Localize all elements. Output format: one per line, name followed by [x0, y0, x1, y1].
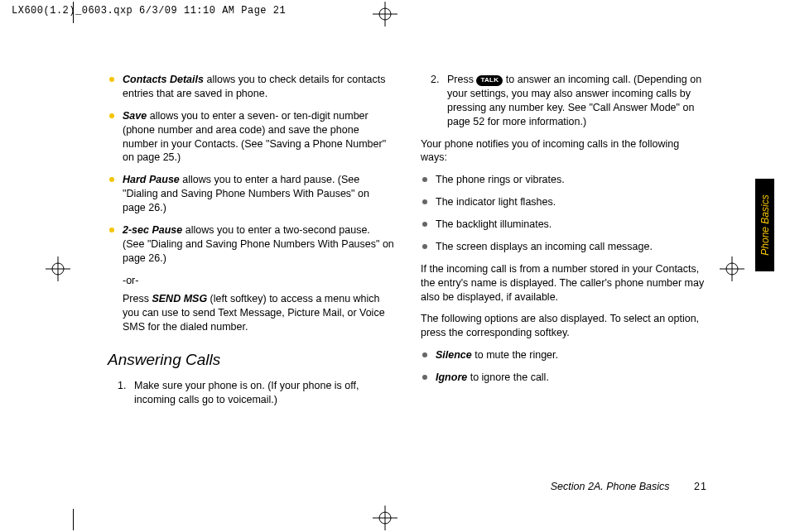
bullet-lead: Silence	[436, 349, 472, 361]
section-label: Section 2A. Phone Basics	[551, 481, 670, 492]
list-item: The screen displays an incoming call mes…	[432, 240, 707, 254]
press-sendmsg: Press SEND MSG (left softkey) to access …	[123, 292, 394, 334]
step-number: 1.	[118, 379, 126, 393]
body-paragraph: The following options are also displayed…	[421, 312, 707, 340]
page-frame: Contacts Details allows you to check det…	[66, 17, 765, 515]
body-columns: Contacts Details allows you to check det…	[108, 73, 707, 415]
steps-list-cont: 2. Press TALK to answer an incoming call…	[421, 73, 707, 129]
bullet-text: The backlight illuminates.	[436, 218, 552, 230]
bullet-lead: Save	[123, 110, 147, 122]
steps-list: 1. Make sure your phone is on. (If your …	[108, 379, 394, 407]
step-text: Make sure your phone is on. (If your pho…	[134, 380, 359, 405]
slug-line: LX600(1.2)_0603.qxp 6/3/09 11:10 AM Page…	[12, 5, 286, 17]
list-item: Silence to mute the ringer.	[432, 348, 707, 362]
body-paragraph: Your phone notifies you of incoming call…	[421, 137, 707, 165]
step-item: 1. Make sure your phone is on. (If your …	[123, 379, 394, 407]
press-prefix: Press	[123, 293, 152, 304]
bullet-lead: Contacts Details	[123, 74, 204, 85]
heading-answering-calls: Answering Calls	[108, 349, 394, 371]
list-item: The indicator light flashes.	[432, 195, 707, 209]
notify-bullets: The phone rings or vibrates. The indicat…	[421, 173, 707, 254]
bullet-text: The indicator light flashes.	[436, 196, 556, 208]
list-item: Save allows you to enter a seven- or ten…	[119, 109, 394, 165]
talk-key-icon: TALK	[476, 75, 503, 87]
bullet-lead: Hard Pause	[123, 174, 180, 185]
list-item: The backlight illuminates.	[432, 218, 707, 232]
bullet-rest: to ignore the call.	[467, 371, 549, 383]
option-bullets: Silence to mute the ringer. Ignore to ig…	[421, 348, 707, 385]
page-footer: Section 2A. Phone Basics 21	[551, 481, 707, 492]
bullet-rest: allows you to enter a seven- or ten-digi…	[123, 110, 386, 164]
bullet-text: The screen displays an incoming call mes…	[436, 241, 653, 252]
list-item: Hard Pause allows you to enter a hard pa…	[119, 173, 394, 215]
bullet-lead: Ignore	[436, 371, 467, 383]
step-text-a: Press	[447, 74, 476, 85]
left-column: Contacts Details allows you to check det…	[108, 73, 394, 415]
body-paragraph: If the incoming call is from a number st…	[421, 262, 707, 304]
step-item: 2. Press TALK to answer an incoming call…	[436, 73, 707, 129]
right-column: 2. Press TALK to answer an incoming call…	[421, 73, 707, 415]
feature-bullets: Contacts Details allows you to check det…	[108, 73, 394, 266]
bullet-rest: to mute the ringer.	[472, 349, 558, 361]
or-separator: -or-	[123, 274, 394, 288]
step-number: 2.	[431, 73, 439, 87]
bullet-lead: 2-sec Pause	[123, 224, 182, 236]
bullet-text: The phone rings or vibrates.	[436, 174, 565, 185]
list-item: The phone rings or vibrates.	[432, 173, 707, 187]
softkey-label: SEND MSG	[152, 293, 207, 304]
list-item: Contacts Details allows you to check det…	[119, 73, 394, 101]
list-item: 2-sec Pause allows you to enter a two-se…	[119, 223, 394, 266]
page-number: 21	[694, 481, 707, 492]
list-item: Ignore to ignore the call.	[432, 371, 707, 385]
